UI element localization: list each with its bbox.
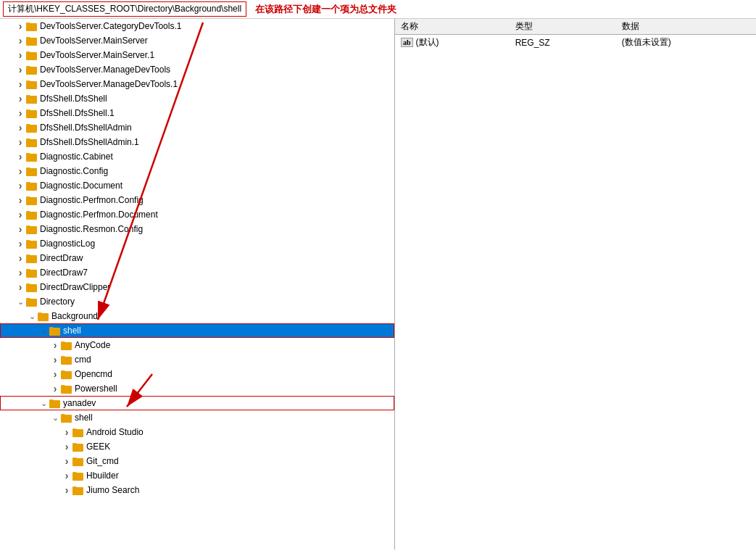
- folder-icon-diag_perf: [26, 195, 38, 205]
- toggle-shell[interactable]: ⌄: [38, 325, 49, 336]
- tree-item-directdraw7[interactable]: › DirectDraw7: [0, 265, 394, 280]
- toggle-powershell[interactable]: ›: [49, 383, 61, 394]
- toggle-dfsshell2[interactable]: ›: [14, 122, 26, 133]
- folder-icon-diag_resmon: [26, 224, 38, 234]
- item-label-diag_perfdoc: Diagnostic.Perfmon.Document: [40, 210, 158, 220]
- tree-item-diag_log[interactable]: › DiagnosticLog: [0, 236, 394, 251]
- tree-item-opencmd[interactable]: › Opencmd: [0, 367, 394, 381]
- toggle-yanadev[interactable]: ⌄: [38, 397, 49, 409]
- item-label-diag_resmon: Diagnostic.Resmon.Config: [40, 224, 143, 234]
- tree-item-git_cmd[interactable]: › Git_cmd: [0, 454, 394, 468]
- item-label-dfsshell1: DfsShell.DfsShell.1: [40, 108, 115, 118]
- tree-item-powershell[interactable]: › Powershell: [0, 381, 394, 396]
- toggle-diag_resmon[interactable]: ›: [14, 223, 26, 235]
- folder-icon-directdrawclipper: [26, 282, 38, 292]
- toggle-yanadev_shell[interactable]: ⌄: [49, 412, 61, 423]
- folder-icon-directory: [26, 297, 38, 307]
- folder-icon-android: [72, 427, 84, 437]
- toggle-diag_perfdoc[interactable]: ›: [14, 209, 26, 220]
- toggle-directory[interactable]: ⌄: [14, 296, 26, 307]
- tree-item-diag_perf[interactable]: › Diagnostic.Perfmon.Config: [0, 193, 394, 207]
- folder-icon-diag_log: [26, 239, 38, 249]
- folder-icon-dfsshell2: [26, 123, 38, 133]
- toggle-managedevtools[interactable]: ›: [14, 64, 26, 75]
- item-label-diag_cab: Diagnostic.Cabinet: [40, 152, 113, 162]
- toggle-devtools1[interactable]: ›: [14, 20, 26, 32]
- item-label-dfsshell: DfsShell.DfsShell: [40, 94, 107, 104]
- tree-item-anycode[interactable]: › AnyCode: [0, 338, 394, 352]
- tree-item-mainserver[interactable]: › DevToolsServer.MainServer: [0, 33, 394, 48]
- tree-item-diag_perfdoc[interactable]: › Diagnostic.Perfmon.Document: [0, 207, 394, 222]
- toggle-dfsshell1[interactable]: ›: [14, 107, 26, 119]
- item-label-dfsshell3: DfsShell.DfsShellAdmin.1: [40, 137, 139, 147]
- col-data: 数据: [616, 19, 756, 35]
- item-label-managedevtools: DevToolsServer.ManageDevTools: [40, 65, 170, 75]
- folder-icon-directdraw: [26, 253, 38, 263]
- tree-item-diag_conf[interactable]: › Diagnostic.Config: [0, 164, 394, 178]
- folder-icon-diag_doc: [26, 181, 38, 191]
- item-label-devtools1: DevToolsServer.CategoryDevTools.1: [40, 21, 181, 31]
- item-label-jiumo: Jiumo Search: [86, 485, 139, 495]
- tree-item-background[interactable]: ⌄ Background: [0, 309, 394, 323]
- tree-item-dfsshell2[interactable]: › DfsShell.DfsShellAdmin: [0, 120, 394, 135]
- toggle-diag_log[interactable]: ›: [14, 238, 26, 249]
- tree-item-managedevtools[interactable]: › DevToolsServer.ManageDevTools: [0, 62, 394, 77]
- toggle-directdrawclipper[interactable]: ›: [14, 281, 26, 293]
- tree-item-dfsshell[interactable]: › DfsShell.DfsShell: [0, 91, 394, 106]
- toggle-dfsshell[interactable]: ›: [14, 93, 26, 104]
- tree-item-geek[interactable]: › GEEK: [0, 439, 394, 454]
- tree-item-diag_resmon[interactable]: › Diagnostic.Resmon.Config: [0, 222, 394, 236]
- item-label-directory: Directory: [40, 297, 75, 307]
- item-label-directdrawclipper: DirectDrawClipper: [40, 282, 110, 292]
- tree-item-diag_doc[interactable]: › Diagnostic.Document: [0, 178, 394, 193]
- toggle-directdraw[interactable]: ›: [14, 252, 26, 264]
- item-label-dfsshell2: DfsShell.DfsShellAdmin: [40, 123, 132, 133]
- tree-item-devtools1[interactable]: › DevToolsServer.CategoryDevTools.1: [0, 19, 394, 33]
- toggle-diag_perf[interactable]: ›: [14, 194, 26, 206]
- tree-item-dfsshell3[interactable]: › DfsShell.DfsShellAdmin.1: [0, 135, 394, 149]
- tree-item-directory[interactable]: ⌄ Directory: [0, 294, 394, 309]
- toggle-managedevtools1[interactable]: ›: [14, 78, 26, 90]
- value-row[interactable]: ab(默认)REG_SZ(数值未设置): [395, 35, 756, 51]
- folder-icon-jiumo: [72, 485, 84, 495]
- col-name: 名称: [395, 19, 510, 35]
- tree-item-managedevtools1[interactable]: › DevToolsServer.ManageDevTools.1: [0, 77, 394, 91]
- tree-item-diag_cab[interactable]: › Diagnostic.Cabinet: [0, 149, 394, 164]
- toggle-android[interactable]: ›: [61, 426, 72, 438]
- values-panel: 名称 类型 数据 ab(默认)REG_SZ(数值未设置): [395, 19, 756, 550]
- tree-item-yanadev_shell[interactable]: ⌄ shell: [0, 410, 394, 425]
- tree-item-android[interactable]: › Android Studio: [0, 425, 394, 439]
- toggle-dfsshell3[interactable]: ›: [14, 136, 26, 148]
- tree-item-jiumo[interactable]: › Jiumo Search: [0, 483, 394, 497]
- col-type: 类型: [510, 19, 616, 35]
- toggle-geek[interactable]: ›: [61, 441, 72, 452]
- toggle-jiumo[interactable]: ›: [61, 484, 72, 496]
- toggle-diag_cab[interactable]: ›: [14, 151, 26, 162]
- toggle-diag_conf[interactable]: ›: [14, 165, 26, 177]
- toggle-mainserver[interactable]: ›: [14, 35, 26, 46]
- toggle-mainserver1[interactable]: ›: [14, 49, 26, 61]
- tree-item-directdraw[interactable]: › DirectDraw: [0, 251, 394, 265]
- toggle-hbuilder[interactable]: ›: [61, 470, 72, 481]
- title-bar: 计算机\HKEY_CLASSES_ROOT\Directory\Backgrou…: [0, 0, 756, 19]
- tree-item-mainserver1[interactable]: › DevToolsServer.MainServer.1: [0, 48, 394, 62]
- tree-item-shell[interactable]: ⌄ shell: [0, 323, 394, 338]
- item-label-android: Android Studio: [86, 427, 144, 437]
- toggle-background[interactable]: ⌄: [26, 310, 38, 322]
- toggle-diag_doc[interactable]: ›: [14, 180, 26, 191]
- toggle-git_cmd[interactable]: ›: [61, 455, 72, 467]
- tree-item-yanadev[interactable]: ⌄ yanadev: [0, 396, 394, 410]
- item-label-background: Background: [51, 311, 98, 321]
- toggle-directdraw7[interactable]: ›: [14, 267, 26, 278]
- tree-item-directdrawclipper[interactable]: › DirectDrawClipper: [0, 280, 394, 294]
- tree-item-cmd[interactable]: › cmd: [0, 352, 394, 367]
- toggle-anycode[interactable]: ›: [49, 339, 61, 351]
- tree-item-hbuilder[interactable]: › Hbuilder: [0, 468, 394, 483]
- toggle-cmd[interactable]: ›: [49, 354, 61, 365]
- toggle-opencmd[interactable]: ›: [49, 368, 61, 380]
- registry-tree[interactable]: › DevToolsServer.CategoryDevTools.1› Dev…: [0, 19, 395, 550]
- folder-icon-background: [38, 311, 49, 321]
- item-label-diag_perf: Diagnostic.Perfmon.Config: [40, 195, 144, 205]
- tree-item-dfsshell1[interactable]: › DfsShell.DfsShell.1: [0, 106, 394, 120]
- folder-icon-hbuilder: [72, 471, 84, 481]
